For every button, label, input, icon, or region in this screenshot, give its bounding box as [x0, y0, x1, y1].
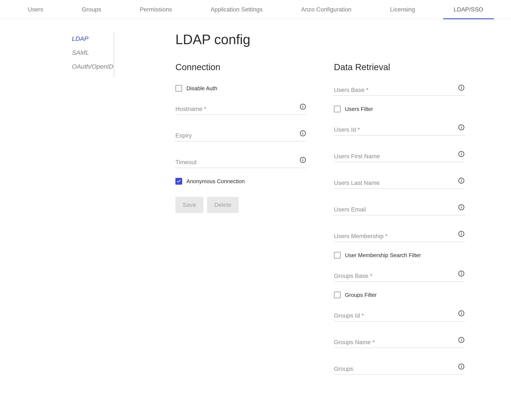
- users-filter-label: Users Filter: [345, 106, 373, 112]
- page-title: LDAP config: [175, 32, 494, 47]
- info-icon[interactable]: [458, 204, 465, 211]
- users-first-name-field: [334, 151, 465, 162]
- svg-point-26: [461, 232, 462, 233]
- groups-id-input[interactable]: [334, 311, 465, 321]
- connection-section: Connection Disable Auth: [175, 62, 307, 390]
- save-button[interactable]: Save: [175, 197, 203, 213]
- svg-point-11: [461, 86, 462, 87]
- hostname-field: [175, 104, 307, 115]
- connection-title: Connection: [175, 62, 307, 72]
- info-icon[interactable]: [458, 84, 465, 91]
- users-last-name-input[interactable]: [334, 178, 465, 189]
- groups-filter-label: Groups Filter: [345, 292, 376, 298]
- groups-filter-checkbox[interactable]: [334, 292, 341, 298]
- expiry-input[interactable]: [175, 131, 307, 141]
- users-membership-input[interactable]: [334, 231, 465, 242]
- info-icon[interactable]: [299, 130, 307, 137]
- groups-name-input[interactable]: [334, 337, 465, 348]
- user-membership-search-filter-row: User Membership Search Filter: [334, 252, 465, 259]
- svg-point-38: [461, 365, 462, 366]
- timeout-field: [175, 157, 307, 168]
- info-icon[interactable]: [458, 336, 465, 344]
- groups-base-field: [334, 271, 465, 282]
- svg-point-17: [461, 152, 462, 153]
- data-retrieval-title: Data Retrieval: [334, 62, 465, 72]
- groups-filter-row: Groups Filter: [334, 292, 465, 298]
- sidebar: LDAP SAML OAuth/OpenID: [0, 32, 114, 77]
- users-id-field: [334, 125, 465, 135]
- groups-base-input[interactable]: [334, 271, 465, 282]
- tab-anzo-configuration[interactable]: Anzo Configuration: [297, 0, 356, 19]
- users-id-input[interactable]: [334, 125, 465, 135]
- user-membership-search-filter-label: User Membership Search Filter: [345, 252, 421, 259]
- users-base-field: [334, 85, 465, 96]
- info-icon[interactable]: [458, 124, 465, 131]
- anonymous-connection-row: Anonymous Connection: [175, 178, 307, 185]
- sidebar-item-oauth-openid[interactable]: OAuth/OpenID: [72, 60, 114, 74]
- svg-point-2: [303, 105, 303, 106]
- info-icon[interactable]: [458, 310, 465, 317]
- groups-input[interactable]: [334, 364, 465, 375]
- tab-ldap-sso[interactable]: LDAP/SSO: [450, 0, 488, 19]
- users-email-field: [334, 204, 465, 215]
- hostname-input[interactable]: [175, 104, 307, 115]
- groups-field: [334, 364, 465, 375]
- sidebar-item-saml[interactable]: SAML: [72, 46, 114, 60]
- users-filter-row: Users Filter: [334, 106, 465, 112]
- info-icon[interactable]: [458, 177, 465, 184]
- svg-point-35: [461, 338, 462, 339]
- user-membership-search-filter-checkbox[interactable]: [334, 252, 341, 259]
- groups-id-field: [334, 311, 465, 321]
- svg-point-29: [461, 272, 462, 272]
- users-first-name-input[interactable]: [334, 151, 465, 162]
- info-icon[interactable]: [458, 150, 465, 158]
- svg-point-14: [461, 126, 462, 126]
- anonymous-connection-checkbox[interactable]: [175, 178, 182, 185]
- delete-button[interactable]: Delete: [207, 197, 239, 213]
- svg-point-23: [461, 206, 462, 206]
- svg-point-32: [461, 312, 462, 312]
- expiry-field: [175, 131, 307, 141]
- groups-name-field: [334, 337, 465, 348]
- users-membership-field: [334, 231, 465, 242]
- tab-users[interactable]: Users: [23, 0, 47, 19]
- info-icon[interactable]: [458, 270, 465, 277]
- main-content: LDAP config Connection Disable Auth: [114, 32, 511, 390]
- users-last-name-field: [334, 178, 465, 189]
- button-row: Save Delete: [175, 197, 307, 213]
- top-nav: Users Groups Permissions Application Set…: [0, 0, 511, 19]
- info-icon[interactable]: [299, 103, 307, 110]
- disable-auth-row: Disable Auth: [175, 85, 307, 92]
- info-icon[interactable]: [458, 230, 465, 238]
- tab-groups[interactable]: Groups: [78, 0, 105, 19]
- svg-point-5: [303, 132, 303, 132]
- svg-point-8: [303, 158, 303, 159]
- info-icon[interactable]: [458, 363, 465, 370]
- svg-point-20: [461, 179, 462, 180]
- tab-permissions[interactable]: Permissions: [135, 0, 176, 19]
- disable-auth-label: Disable Auth: [186, 85, 217, 92]
- tab-application-settings[interactable]: Application Settings: [206, 0, 267, 19]
- users-email-input[interactable]: [334, 204, 465, 215]
- timeout-input[interactable]: [175, 157, 307, 168]
- users-filter-checkbox[interactable]: [334, 106, 341, 112]
- disable-auth-checkbox[interactable]: [175, 85, 182, 92]
- sidebar-item-ldap[interactable]: LDAP: [72, 32, 114, 46]
- users-base-input[interactable]: [334, 85, 465, 96]
- tab-licensing[interactable]: Licensing: [386, 0, 419, 19]
- anonymous-connection-label: Anonymous Connection: [186, 178, 245, 185]
- data-retrieval-section: Data Retrieval Users Filter: [334, 62, 465, 390]
- info-icon[interactable]: [299, 156, 307, 164]
